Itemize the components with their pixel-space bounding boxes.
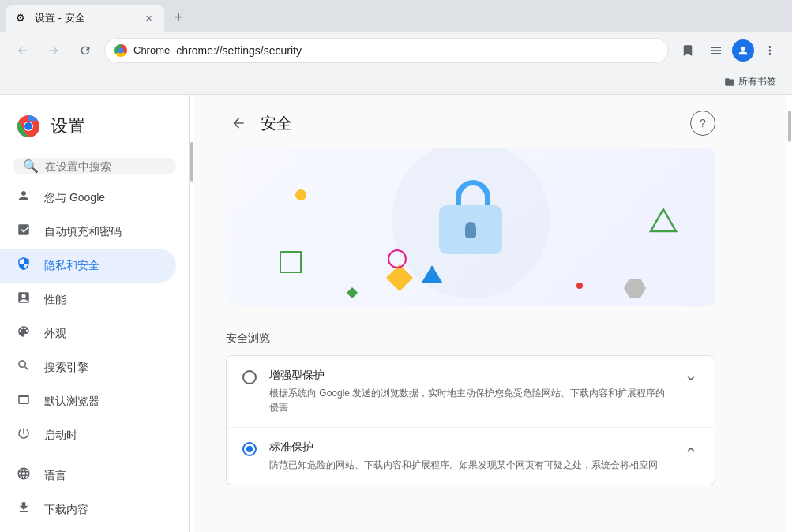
google-icon bbox=[16, 189, 32, 207]
settings-container: 设置 🔍 您与 Google 自动填充和密码 bbox=[0, 95, 792, 532]
help-icon: ? bbox=[700, 117, 706, 129]
sidebar-item-label: 您与 Google bbox=[44, 191, 105, 205]
sidebar-item-label: 性能 bbox=[44, 293, 66, 307]
sidebar-item-label: 隐私和安全 bbox=[44, 259, 99, 273]
lock-container bbox=[439, 180, 502, 254]
back-button[interactable] bbox=[226, 111, 251, 136]
sidebar-item-label: 默认浏览器 bbox=[44, 395, 99, 409]
shape-diamond-green bbox=[347, 287, 358, 298]
security-illustration bbox=[226, 148, 715, 306]
page-header-left: 安全 bbox=[226, 111, 292, 136]
chrome-logo bbox=[16, 114, 41, 139]
privacy-icon bbox=[16, 257, 32, 275]
lock-body bbox=[439, 205, 502, 254]
sidebar-item-label: 语言 bbox=[44, 469, 66, 483]
search-bar[interactable]: 🔍 bbox=[13, 158, 176, 174]
bookmark-button[interactable] bbox=[675, 38, 700, 63]
enhanced-desc: 根据系统向 Google 发送的浏览数据，实时地主动保护您免受危险网站、下载内容… bbox=[269, 386, 670, 414]
page-header: 安全 ? bbox=[194, 95, 747, 148]
sidebar-scroll-thumb[interactable] bbox=[190, 142, 193, 182]
startup-icon bbox=[16, 426, 32, 444]
sidebar-item-downloads[interactable]: 下载内容 bbox=[0, 493, 176, 526]
tab-bar: ⚙ 设置 - 安全 ✕ + bbox=[0, 0, 792, 32]
standard-protection-item[interactable]: 标准保护 防范已知危险的网站、下载内容和扩展程序。如果发现某个网页有可疑之处，系… bbox=[227, 428, 715, 485]
browser-menu-button[interactable] bbox=[704, 38, 729, 63]
shape-triangle-green bbox=[649, 208, 678, 235]
sidebar-item-google[interactable]: 您与 Google bbox=[0, 181, 176, 215]
browser-icon bbox=[16, 392, 32, 410]
language-icon bbox=[16, 466, 32, 485]
shape-circle-pink bbox=[388, 249, 407, 268]
chrome-label: Chrome bbox=[133, 44, 170, 56]
standard-radio[interactable] bbox=[242, 442, 257, 456]
address-url: chrome://settings/security bbox=[176, 44, 302, 57]
settings-page-title: 设置 bbox=[51, 114, 85, 138]
sidebar-item-label: 自动填充和密码 bbox=[44, 225, 122, 239]
toolbar-right bbox=[675, 38, 783, 63]
sidebar-item-performance[interactable]: 性能 bbox=[0, 283, 176, 317]
lock-shackle bbox=[456, 180, 490, 205]
address-bar[interactable]: Chrome chrome://settings/security bbox=[104, 38, 669, 63]
sidebar-item-language[interactable]: 语言 bbox=[0, 459, 176, 493]
sidebar-item-accessibility[interactable]: 无障碍 bbox=[0, 526, 176, 532]
sidebar: 设置 🔍 您与 Google 自动填充和密码 bbox=[0, 95, 190, 532]
sidebar-item-label: 下载内容 bbox=[44, 503, 88, 517]
tab-settings-icon: ⚙ bbox=[16, 12, 28, 24]
main-scrollbar[interactable] bbox=[787, 95, 792, 532]
main-content: 安全 ? bbox=[194, 95, 787, 532]
search-input[interactable] bbox=[45, 160, 183, 173]
sidebar-item-label: 外观 bbox=[44, 327, 66, 341]
help-button[interactable]: ? bbox=[690, 111, 715, 136]
active-tab[interactable]: ⚙ 设置 - 安全 ✕ bbox=[6, 5, 164, 32]
enhanced-protection-item[interactable]: 增强型保护 根据系统向 Google 发送的浏览数据，实时地主动保护您免受危险网… bbox=[227, 356, 715, 428]
enhanced-radio[interactable] bbox=[242, 370, 257, 384]
enhanced-text: 增强型保护 根据系统向 Google 发送的浏览数据，实时地主动保护您免受危险网… bbox=[269, 369, 670, 414]
svg-marker-4 bbox=[651, 209, 676, 231]
more-menu-button[interactable] bbox=[757, 38, 783, 63]
forward-button[interactable] bbox=[41, 38, 66, 63]
main-inner: 安全 ? bbox=[194, 95, 747, 485]
shape-dot-yellow bbox=[295, 189, 306, 200]
search-icon: 🔍 bbox=[23, 159, 39, 174]
new-tab-button[interactable]: + bbox=[167, 6, 190, 28]
performance-icon bbox=[16, 290, 32, 309]
standard-text: 标准保护 防范已知危险的网站、下载内容和扩展程序。如果发现某个网页有可疑之处，系… bbox=[269, 440, 670, 472]
safe-browsing-section: 安全浏览 增强型保护 根据系统向 Google 发送的浏览数据，实时地主动保护您… bbox=[226, 325, 715, 485]
tab-close-button[interactable]: ✕ bbox=[142, 12, 155, 24]
settings-header: 设置 bbox=[0, 101, 189, 152]
lock-keyhole bbox=[465, 222, 476, 238]
main-scroll-thumb[interactable] bbox=[788, 111, 791, 142]
browser-toolbar: Chrome chrome://settings/security bbox=[0, 32, 792, 69]
shape-square-green bbox=[280, 251, 302, 273]
shape-dot-red bbox=[576, 283, 583, 289]
tab-title: 设置 - 安全 bbox=[35, 11, 136, 25]
bookmarks-bar: 所有书签 bbox=[0, 69, 792, 95]
all-bookmarks[interactable]: 所有书签 bbox=[718, 72, 783, 92]
reload-button[interactable] bbox=[73, 38, 98, 63]
sidebar-item-search[interactable]: 搜索引擎 bbox=[0, 350, 176, 384]
sidebar-item-label: 搜索引擎 bbox=[44, 361, 88, 375]
sidebar-item-browser[interactable]: 默认浏览器 bbox=[0, 384, 176, 418]
sidebar-item-privacy[interactable]: 隐私和安全 bbox=[0, 249, 176, 283]
back-button[interactable] bbox=[9, 38, 35, 63]
enhanced-label: 增强型保护 bbox=[269, 369, 670, 383]
appearance-icon bbox=[16, 324, 32, 343]
shape-triangle-blue bbox=[422, 265, 442, 283]
sidebar-item-autofill[interactable]: 自动填充和密码 bbox=[0, 215, 176, 249]
profile-avatar[interactable] bbox=[732, 39, 754, 62]
section-card: 增强型保护 根据系统向 Google 发送的浏览数据，实时地主动保护您免受危险网… bbox=[226, 355, 715, 485]
standard-chevron[interactable] bbox=[683, 440, 699, 462]
svg-point-3 bbox=[24, 122, 32, 130]
downloads-icon bbox=[16, 500, 32, 519]
autofill-icon bbox=[16, 223, 32, 241]
sidebar-item-startup[interactable]: 启动时 bbox=[0, 418, 176, 452]
page-title: 安全 bbox=[261, 113, 292, 134]
chrome-logo-icon bbox=[114, 44, 127, 57]
enhanced-chevron[interactable] bbox=[683, 369, 699, 390]
section-title: 安全浏览 bbox=[226, 325, 715, 349]
shape-hexagon-gray bbox=[624, 279, 646, 298]
sidebar-item-label: 启动时 bbox=[44, 429, 77, 443]
bookmarks-label: 所有书签 bbox=[738, 75, 776, 88]
standard-desc: 防范已知危险的网站、下载内容和扩展程序。如果发现某个网页有可疑之处，系统会将相应… bbox=[269, 458, 670, 472]
sidebar-item-appearance[interactable]: 外观 bbox=[0, 317, 176, 350]
